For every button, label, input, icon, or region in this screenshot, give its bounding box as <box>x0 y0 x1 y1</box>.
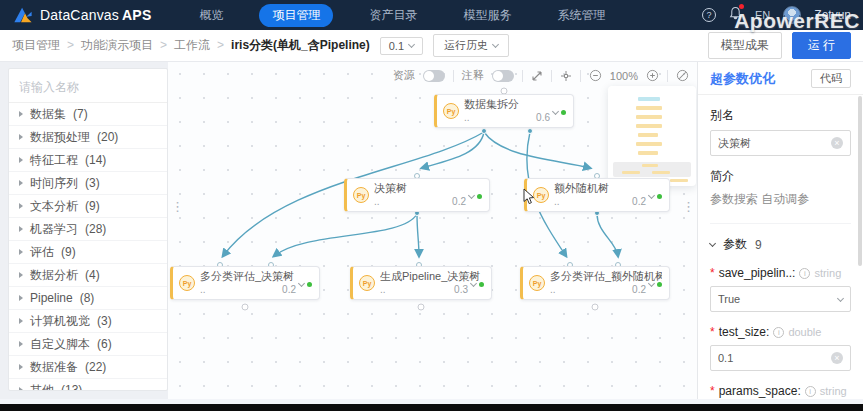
caret-right-icon <box>19 111 23 117</box>
node-title: 多分类评估_额外随机树 <box>550 270 662 283</box>
node-version-dropdown[interactable]: 0.2 <box>632 283 662 296</box>
workflow-canvas[interactable]: 资源 注释 100% <box>168 62 697 399</box>
sidebar-item-time-series[interactable]: 时间序列(3) <box>9 172 167 195</box>
nav-item-system-management[interactable]: 系统管理 <box>547 4 615 27</box>
code-button[interactable]: 代码 <box>811 69 851 88</box>
save-pipeline-select[interactable]: True <box>710 286 851 312</box>
top-navbar: DataCanvasAPS 概览 项目管理 资产目录 模型服务 系统管理 EN … <box>0 0 863 30</box>
sidebar-item-pipeline[interactable]: Pipeline(8) <box>9 287 167 310</box>
breadcrumb-actions: 模型成果 运 行 <box>708 32 851 59</box>
search-input[interactable] <box>19 80 157 94</box>
node-version-dropdown[interactable]: 0.3 <box>454 283 484 296</box>
required-mark: * <box>710 266 715 280</box>
workflow-node-generate-pipeline-decision-tree[interactable]: Py 生成Pipeline_决策树 .. 0.3 <box>350 266 492 300</box>
status-dot <box>479 282 484 287</box>
divider <box>551 70 552 82</box>
node-version-dropdown[interactable]: 0.2 <box>452 195 482 208</box>
sidebar-item-data-preparation[interactable]: 数据准备(22) <box>9 356 167 379</box>
minimap-node <box>636 106 662 110</box>
node-title: 额外随机树 <box>554 182 662 195</box>
run-history-dropdown[interactable]: 运行历史 <box>433 34 509 57</box>
workflow-node-multiclass-eval-extra-trees[interactable]: Py 多分类评估_额外随机树 .. 0.2 <box>520 266 670 300</box>
language-switch[interactable]: EN <box>755 9 770 21</box>
params-section-header[interactable]: 参数 9 <box>710 223 851 253</box>
canvas-minimap[interactable] <box>608 86 696 186</box>
nav-item-asset-catalog[interactable]: 资产目录 <box>359 4 427 27</box>
breadcrumb-project-management[interactable]: 项目管理 <box>12 37 81 54</box>
test-size-input[interactable] <box>718 352 827 364</box>
caret-right-icon <box>19 272 23 278</box>
bottom-bar <box>0 404 863 411</box>
sidebar-item-custom-script[interactable]: 自定义脚本(6) <box>9 333 167 356</box>
chevron-down-icon <box>492 41 499 48</box>
nav-item-model-service[interactable]: 模型服务 <box>453 4 521 27</box>
collapse-panel-handle[interactable] <box>682 204 695 210</box>
node-version-dropdown[interactable]: 0.2 <box>632 195 662 208</box>
python-operator-icon: Py <box>533 187 549 203</box>
node-version-dropdown[interactable]: 0.2 <box>282 283 312 296</box>
breadcrumb-demo-project[interactable]: 功能演示项目 <box>81 37 174 54</box>
sidebar-item-data-analysis[interactable]: 数据分析(4) <box>9 264 167 287</box>
params-count: 9 <box>755 238 762 252</box>
node-version-dropdown[interactable]: 0.6 <box>536 111 566 124</box>
resource-toggle[interactable] <box>423 70 445 82</box>
info-icon[interactable] <box>773 327 784 338</box>
collapse-sidebar-handle[interactable] <box>171 204 184 210</box>
python-operator-icon: Py <box>179 275 195 291</box>
zoom-out-icon[interactable] <box>589 69 602 82</box>
sidebar-item-feature-engineering[interactable]: 特征工程(14) <box>9 149 167 172</box>
divider <box>667 70 668 82</box>
canvas-toolbar: 资源 注释 100% <box>393 68 689 83</box>
model-results-button[interactable]: 模型成果 <box>708 32 782 59</box>
caret-right-icon <box>19 318 23 324</box>
zoom-level: 100% <box>610 70 638 82</box>
username[interactable]: Zetyun <box>814 8 851 22</box>
help-icon[interactable] <box>702 8 716 22</box>
workflow-node-decision-tree[interactable]: Py 决策树 .. 0.2 <box>344 178 490 212</box>
divider <box>522 70 523 82</box>
breadcrumb-current-workflow: iris分类(单机_含Pipeline) <box>231 37 370 54</box>
sidebar-item-computer-vision[interactable]: 计算机视觉(3) <box>9 310 167 333</box>
note-toggle[interactable] <box>492 70 514 82</box>
sidebar-item-machine-learning[interactable]: 机器学习(28) <box>9 218 167 241</box>
sidebar-item-dataset[interactable]: 数据集(7) <box>9 103 167 126</box>
status-dot <box>657 282 662 287</box>
reset-zoom-icon[interactable] <box>676 69 689 82</box>
fullscreen-icon[interactable] <box>531 70 543 82</box>
workflow-node-extra-trees[interactable]: Py 额外随机树 .. 0.2 <box>524 178 670 212</box>
minimap-node <box>642 164 658 167</box>
clear-icon[interactable] <box>831 137 843 149</box>
sidebar-search[interactable] <box>9 69 167 103</box>
version-dropdown[interactable]: 0.1 <box>380 37 423 55</box>
breadcrumb-workflow[interactable]: 工作流 <box>174 37 231 54</box>
param-type: double <box>788 326 821 338</box>
nav-item-project-management[interactable]: 项目管理 <box>259 4 333 27</box>
sidebar-item-other[interactable]: 其他(13) <box>9 379 167 391</box>
fit-view-icon[interactable] <box>560 70 572 82</box>
caret-right-icon <box>19 341 23 347</box>
minimap-node <box>670 179 688 182</box>
sidebar-item-evaluation[interactable]: 评估(9) <box>9 241 167 264</box>
sidebar-item-preprocessing[interactable]: 数据预处理(20) <box>9 126 167 149</box>
caret-right-icon <box>19 226 23 232</box>
main-body: 数据集(7) 数据预处理(20) 特征工程(14) 时间序列(3) 文本分析(9… <box>0 62 863 399</box>
workflow-node-dataset-split[interactable]: Py 数据集拆分 .. 0.6 <box>434 94 574 128</box>
param-type: string <box>820 385 847 397</box>
param-type: string <box>814 267 841 279</box>
alias-field[interactable] <box>710 130 851 156</box>
workflow-node-multiclass-eval-decision-tree[interactable]: Py 多分类评估_决策树 .. 0.2 <box>170 266 320 300</box>
info-icon[interactable] <box>799 268 810 279</box>
clear-icon[interactable] <box>831 352 843 364</box>
test-size-field[interactable] <box>710 345 851 371</box>
nav-item-overview[interactable]: 概览 <box>189 4 233 27</box>
alias-input[interactable] <box>718 137 827 149</box>
notification-bell[interactable] <box>729 6 742 24</box>
avatar[interactable] <box>783 6 801 24</box>
breadcrumb: 项目管理 功能演示项目 工作流 iris分类(单机_含Pipeline) <box>12 37 370 54</box>
sidebar-item-text-analysis[interactable]: 文本分析(9) <box>9 195 167 218</box>
run-button[interactable]: 运 行 <box>792 32 851 59</box>
zoom-in-icon[interactable] <box>646 69 659 82</box>
info-icon[interactable] <box>805 386 816 397</box>
brand-logo[interactable]: DataCanvasAPS <box>12 5 151 25</box>
panel-scrollbar[interactable] <box>858 96 862 266</box>
